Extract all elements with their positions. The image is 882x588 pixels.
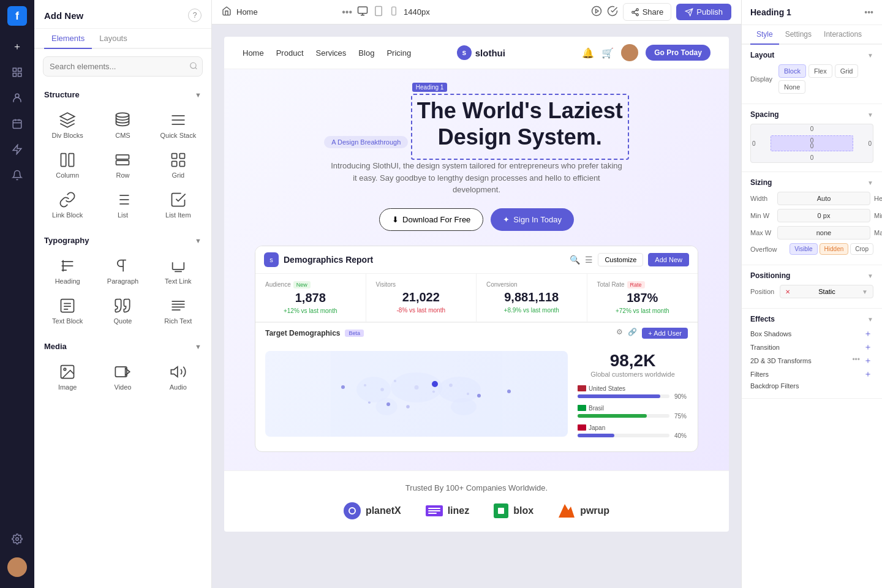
element-column[interactable]: Column [40,145,94,184]
person-nav-icon[interactable] [6,87,28,109]
dash-search-icon[interactable]: 🔍 [570,255,580,265]
spacing-right-outer[interactable]: 0 [868,140,872,147]
publish-button[interactable]: Publish [676,4,731,20]
tab-settings[interactable]: Settings [779,25,818,45]
element-list[interactable]: List [96,185,149,224]
nav-bell-icon[interactable]: 🔔 [582,47,594,59]
element-quote[interactable]: Quote [96,291,149,330]
element-rich-text[interactable]: Rich Text [151,291,205,330]
search-input[interactable] [43,56,203,77]
tab-layouts[interactable]: Layouts [92,29,135,49]
panel-help-icon[interactable]: ? [188,9,202,22]
element-link-block[interactable]: Link Block [40,185,94,224]
nav-avatar[interactable] [621,44,638,61]
position-select[interactable]: ✕ Static ▼ [780,285,873,298]
signin-button[interactable]: ✦ Sign In Today [491,208,574,231]
brand-logo[interactable]: f [7,6,27,26]
lightning-nav-icon[interactable] [6,138,28,160]
transition-add-icon[interactable]: ＋ [862,342,873,353]
transforms-more-icon[interactable]: ••• [852,355,860,366]
overflow-crop[interactable]: Crop [850,243,873,255]
nav-link-pricing[interactable]: Pricing [386,48,411,58]
preview-icon[interactable] [591,6,602,19]
tab-interactions[interactable]: Interactions [818,25,868,45]
bell-nav-icon[interactable] [6,164,28,186]
element-text-link[interactable]: Text Link [151,251,205,290]
max-w-input[interactable] [777,226,870,239]
overflow-hidden[interactable]: Hidden [820,243,849,255]
trusted-section: Trusted By 100+ Companies Worldwide. pla… [224,470,729,532]
target-demo-icon1[interactable]: ⚙ [616,328,623,339]
element-div-blocks[interactable]: Div Blocks [40,105,94,144]
device-mobile-icon[interactable] [389,6,399,18]
element-paragraph[interactable]: Paragraph [96,251,149,290]
element-text-block[interactable]: Text Block [40,291,94,330]
element-cms[interactable]: CMS [96,105,149,144]
customize-button[interactable]: Customize [598,253,643,266]
element-heading[interactable]: Heading [40,251,94,290]
layers-nav-icon[interactable] [6,61,28,83]
effects-section-header[interactable]: Effects ▼ [750,315,873,323]
nav-link-home[interactable]: Home [243,48,264,58]
element-image[interactable]: Image [40,357,94,396]
transforms-actions: ••• ＋ [852,355,873,366]
nav-link-product[interactable]: Product [276,48,304,58]
spacing-top-outer[interactable]: 0 [810,126,814,132]
spacing-bottom-inner[interactable]: 0 [810,143,814,149]
min-wh-row: Min W Min H [750,209,873,222]
spacing-left-outer[interactable]: 0 [752,140,756,147]
dash-menu-icon[interactable]: ☰ [585,255,593,265]
device-desktop-icon[interactable] [357,6,368,19]
display-block[interactable]: Block [778,64,806,78]
plus-nav-icon[interactable]: ＋ [6,36,28,58]
display-flex[interactable]: Flex [809,64,832,78]
tab-style[interactable]: Style [750,25,779,45]
svg-line-12 [195,67,197,69]
global-customers-value: 98,2K [578,351,688,371]
spacing-bottom-outer[interactable]: 0 [810,154,814,161]
element-row[interactable]: Row [96,145,149,184]
device-tablet-icon[interactable] [373,6,384,19]
calendar-nav-icon[interactable] [6,113,28,135]
display-grid[interactable]: Grid [835,64,859,78]
overflow-visible[interactable]: Visible [790,243,817,255]
structure-section-header[interactable]: Structure ▼ [34,84,211,103]
heading-selected[interactable]: Heading 1 The World's Laziest Design Sys… [411,94,629,160]
transforms-add-icon[interactable]: ＋ [862,355,873,366]
nav-link-blog[interactable]: Blog [358,48,374,58]
breadcrumb-home[interactable]: Home [236,7,258,17]
check-icon[interactable] [607,6,618,19]
download-button[interactable]: ⬇ Download For Free [379,208,483,231]
right-panel-more-icon[interactable]: ••• [864,7,873,17]
user-avatar[interactable] [7,557,27,577]
element-quote-label: Quote [114,317,132,325]
layout-section-header[interactable]: Layout ▼ [750,51,873,59]
add-user-button[interactable]: + Add User [642,328,688,339]
element-audio[interactable]: Audio [151,357,205,396]
min-w-input[interactable] [777,209,870,222]
element-list-item[interactable]: List Item [151,185,205,224]
width-input[interactable] [777,192,870,205]
settings-nav-icon[interactable] [6,528,28,550]
nav-link-services[interactable]: Services [316,48,347,58]
nav-cart-icon[interactable]: 🛒 [601,47,614,59]
positioning-section-header[interactable]: Positioning ▼ [750,271,873,280]
element-video[interactable]: Video [96,357,149,396]
box-shadows-add-icon[interactable]: ＋ [862,328,873,339]
share-button[interactable]: Share [623,3,672,21]
typography-section-header[interactable]: Typography ▼ [34,230,211,249]
display-none[interactable]: None [778,80,805,94]
target-demo-icon2[interactable]: 🔗 [628,328,637,339]
more-icon[interactable]: ••• [342,7,352,18]
spacing-section-header[interactable]: Spacing ▼ [750,110,873,119]
tab-elements[interactable]: Elements [44,29,92,49]
filters-add-icon[interactable]: ＋ [862,369,873,380]
add-new-button[interactable]: Add New [648,253,689,266]
element-quick-stack[interactable]: Quick Stack [151,105,205,144]
display-row: Display Block Flex Grid None [750,64,873,94]
hero-subtitle: Introducing SlothUI, the design system t… [330,160,624,196]
sizing-section-header[interactable]: Sizing ▼ [750,178,873,187]
element-grid[interactable]: Grid [151,145,205,184]
media-section-header[interactable]: Media ▼ [34,336,211,355]
go-pro-button[interactable]: Go Pro Today [646,45,710,61]
